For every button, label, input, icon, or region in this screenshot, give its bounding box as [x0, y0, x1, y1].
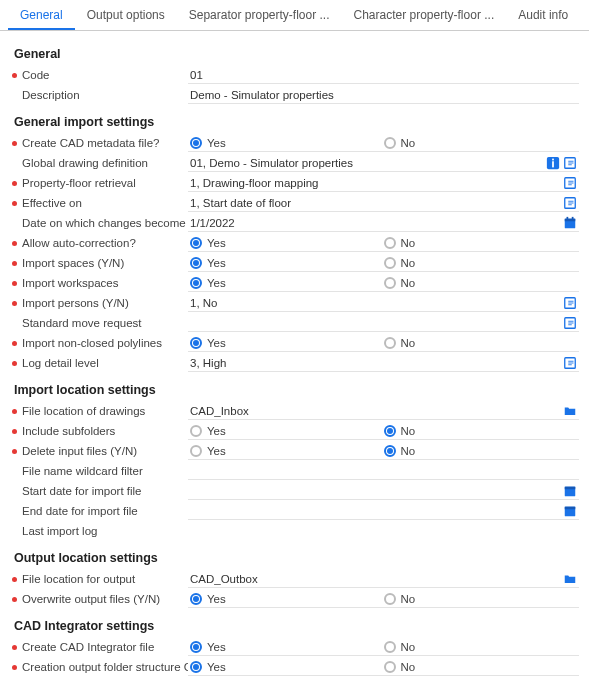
lookup-icon[interactable] — [563, 156, 577, 170]
section-output-loc-title: Output location settings — [10, 541, 579, 569]
radio-allow-auto-correction[interactable]: YesNo — [190, 237, 577, 249]
input-global-drawing-def[interactable] — [190, 155, 542, 171]
label-import-workspaces: Import workspaces — [10, 276, 188, 290]
label-end-date-import: End date for import file — [10, 504, 188, 518]
input-import-persons[interactable] — [190, 295, 559, 311]
section-general-title: General — [10, 37, 579, 65]
input-changes-effective-date[interactable] — [190, 215, 559, 231]
tab-audit-info[interactable]: Audit info — [506, 0, 580, 30]
label-create-cad-metadata: Create CAD metadata file? — [10, 136, 188, 150]
section-import-loc-title: Import location settings — [10, 373, 579, 401]
folder-icon[interactable] — [563, 404, 577, 418]
input-wildcard-filter[interactable] — [190, 463, 577, 479]
svg-rect-8 — [567, 216, 569, 219]
radio-option-yes[interactable]: Yes — [190, 137, 384, 149]
input-file-location-drawings[interactable] — [190, 403, 559, 419]
tab-strip: General Output options Separator propert… — [0, 0, 589, 31]
radio-option-yes[interactable]: Yes — [190, 593, 384, 605]
label-effective-on: Effective on — [10, 196, 188, 210]
label-start-date-import: Start date for import file — [10, 484, 188, 498]
radio-create-cad-integrator-file[interactable]: YesNo — [190, 641, 577, 653]
radio-option-yes[interactable]: Yes — [190, 257, 384, 269]
radio-option-no[interactable]: No — [384, 257, 578, 269]
label-delete-input-files: Delete input files (Y/N) — [10, 444, 188, 458]
info-icon[interactable] — [546, 156, 560, 170]
radio-option-no[interactable]: No — [384, 445, 578, 457]
label-import-persons: Import persons (Y/N) — [10, 296, 188, 310]
radio-option-no[interactable]: No — [384, 641, 578, 653]
svg-rect-16 — [565, 506, 576, 509]
input-standard-move-request[interactable] — [190, 315, 559, 331]
radio-option-no[interactable]: No — [384, 277, 578, 289]
radio-option-yes[interactable]: Yes — [190, 641, 384, 653]
tab-separator-prop-floor[interactable]: Separator property-floor ... — [177, 0, 342, 30]
lookup-icon[interactable] — [563, 296, 577, 310]
radio-option-no[interactable]: No — [384, 237, 578, 249]
label-code: Code — [10, 68, 188, 82]
label-file-location-output: File location for output — [10, 572, 188, 586]
radio-option-yes[interactable]: Yes — [190, 337, 384, 349]
input-start-date-import[interactable] — [190, 483, 559, 499]
lookup-icon[interactable] — [563, 316, 577, 330]
radio-option-yes[interactable]: Yes — [190, 237, 384, 249]
radio-option-yes[interactable]: Yes — [190, 277, 384, 289]
input-property-floor-retrieval[interactable] — [190, 175, 559, 191]
label-description: Description — [10, 88, 188, 102]
tab-character-prop-floor[interactable]: Character property-floor ... — [342, 0, 507, 30]
svg-rect-2 — [552, 161, 554, 167]
svg-rect-7 — [565, 218, 576, 221]
input-file-location-output[interactable] — [190, 571, 559, 587]
folder-icon[interactable] — [563, 572, 577, 586]
svg-rect-1 — [552, 158, 554, 160]
label-global-drawing-def: Global drawing definition — [10, 156, 188, 170]
input-effective-on[interactable] — [190, 195, 559, 211]
calendar-icon[interactable] — [563, 484, 577, 498]
input-code[interactable] — [190, 67, 577, 83]
radio-option-yes[interactable]: Yes — [190, 661, 384, 673]
radio-import-spaces[interactable]: YesNo — [190, 257, 577, 269]
tab-output-options[interactable]: Output options — [75, 0, 177, 30]
label-include-subfolders: Include subfolders — [10, 424, 188, 438]
input-log-detail-level[interactable] — [190, 355, 559, 371]
label-wildcard-filter: File name wildcard filter — [10, 464, 188, 478]
radio-creation-output-folder[interactable]: YesNo — [190, 661, 577, 673]
label-last-import-log: Last import log — [10, 524, 188, 538]
input-description[interactable] — [190, 87, 577, 103]
radio-option-yes[interactable]: Yes — [190, 445, 384, 457]
radio-include-subfolders[interactable]: YesNo — [190, 425, 577, 437]
radio-option-yes[interactable]: Yes — [190, 425, 384, 437]
radio-import-polylines[interactable]: YesNo — [190, 337, 577, 349]
input-end-date-import[interactable] — [190, 503, 559, 519]
calendar-icon[interactable] — [563, 504, 577, 518]
input-last-import-log — [190, 523, 577, 539]
section-cad-int-title: CAD Integrator settings — [10, 609, 579, 637]
label-log-detail-level: Log detail level — [10, 356, 188, 370]
radio-overwrite-output-files[interactable]: YesNo — [190, 593, 577, 605]
radio-delete-input-files[interactable]: YesNo — [190, 445, 577, 457]
lookup-icon[interactable] — [563, 356, 577, 370]
label-import-spaces: Import spaces (Y/N) — [10, 256, 188, 270]
tab-general[interactable]: General — [8, 0, 75, 30]
label-file-location-drawings: File location of drawings — [10, 404, 188, 418]
svg-rect-9 — [572, 216, 574, 219]
radio-option-no[interactable]: No — [384, 137, 578, 149]
label-create-cad-integrator-file: Create CAD Integrator file — [10, 640, 188, 654]
radio-import-workspaces[interactable]: YesNo — [190, 277, 577, 289]
lookup-icon[interactable] — [563, 196, 577, 210]
radio-option-no[interactable]: No — [384, 425, 578, 437]
label-changes-effective-date: Date on which changes become effective — [10, 216, 188, 230]
label-overwrite-output-files: Overwrite output files (Y/N) — [10, 592, 188, 606]
radio-option-no[interactable]: No — [384, 661, 578, 673]
label-import-polylines: Import non-closed polylines — [10, 336, 188, 350]
radio-option-no[interactable]: No — [384, 593, 578, 605]
label-allow-auto-correction: Allow auto-correction? — [10, 236, 188, 250]
form-content: General Code Description General import … — [0, 31, 589, 680]
radio-create-cad-metadata[interactable]: YesNo — [190, 137, 577, 149]
label-property-floor-retrieval: Property-floor retrieval — [10, 176, 188, 190]
radio-option-no[interactable]: No — [384, 337, 578, 349]
calendar-icon[interactable] — [563, 216, 577, 230]
lookup-icon[interactable] — [563, 176, 577, 190]
label-creation-output-folder: Creation output folder structure CAD In.… — [10, 660, 188, 674]
label-standard-move-request: Standard move request — [10, 316, 188, 330]
section-import-title: General import settings — [10, 105, 579, 133]
